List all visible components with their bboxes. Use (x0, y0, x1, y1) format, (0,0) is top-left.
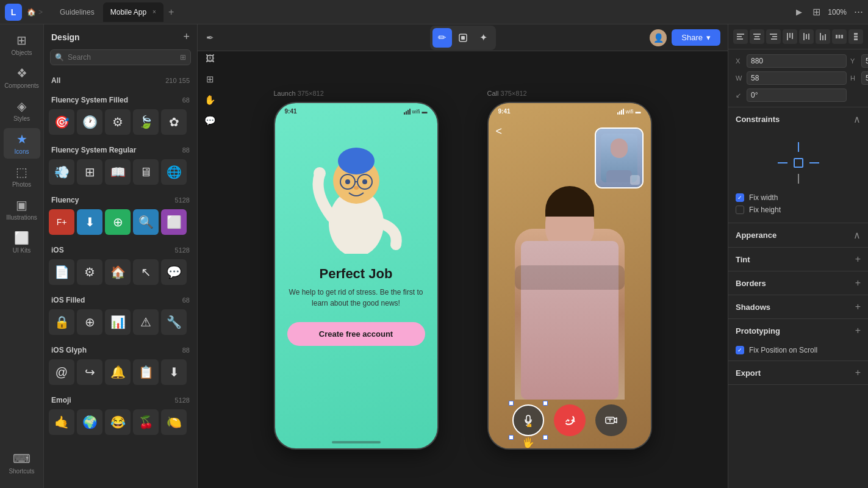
borders-add-icon[interactable]: + (855, 278, 861, 289)
section-fluency-filled-header[interactable]: Fluency System Filled 68 (44, 92, 197, 107)
tab-guidelines[interactable]: Guidelines (52, 2, 102, 22)
list-item[interactable]: 😂 (105, 409, 131, 435)
list-item[interactable]: ↪ (77, 359, 102, 385)
text-tool[interactable]: T (200, 24, 220, 27)
shadows-add-icon[interactable]: + (855, 301, 861, 312)
list-item[interactable]: ⊕ (77, 309, 102, 335)
mask-tool[interactable] (453, 28, 473, 48)
list-item[interactable]: 🔧 (161, 309, 187, 335)
list-item[interactable]: ⚙ (77, 259, 102, 285)
angle-input[interactable] (747, 88, 847, 102)
list-item[interactable]: 📊 (105, 309, 131, 335)
tint-header[interactable]: Tint + (728, 248, 868, 271)
camera-button[interactable] (595, 404, 627, 436)
pen-tool[interactable]: ✒ (200, 28, 220, 48)
list-item[interactable]: ⬇ (77, 209, 102, 235)
list-item[interactable]: 🖥 (133, 159, 159, 185)
list-item[interactable]: ⬇ (161, 359, 187, 385)
distribute-h-button[interactable] (832, 29, 847, 44)
distribute-v-button[interactable] (848, 29, 863, 44)
list-item[interactable]: ⚙ (105, 109, 131, 135)
export-header[interactable]: Export + (728, 361, 868, 384)
list-item[interactable]: 💬 (161, 259, 187, 285)
list-item[interactable]: 📄 (49, 259, 74, 285)
grid-button[interactable]: ⊞ (812, 6, 820, 18)
end-call-button[interactable] (554, 404, 586, 436)
list-item[interactable]: 🍒 (133, 409, 159, 435)
align-middle-button[interactable] (799, 29, 814, 44)
list-item[interactable]: ⊞ (77, 159, 102, 185)
list-item[interactable]: ✿ (161, 109, 187, 135)
list-item[interactable]: ⚠ (133, 309, 159, 335)
sidebar-item-styles[interactable]: ◈ Styles (4, 95, 40, 126)
align-bottom-button[interactable] (816, 29, 830, 44)
list-item[interactable]: 🍋 (161, 409, 187, 435)
list-item[interactable]: 🤙 (49, 409, 74, 435)
section-ios-glyph-header[interactable]: iOS Glyph 88 (44, 342, 197, 357)
search-input[interactable] (50, 49, 191, 65)
assets-add-button[interactable]: + (183, 30, 190, 43)
list-item[interactable]: 🍃 (133, 109, 159, 135)
sidebar-item-photos[interactable]: ⬚ Photos (4, 161, 40, 192)
align-top-button[interactable] (783, 29, 797, 44)
w-input[interactable] (747, 71, 847, 85)
mute-button[interactable]: ✋ (512, 404, 544, 436)
export-add-icon[interactable]: + (855, 367, 861, 378)
tint-add-icon[interactable]: + (855, 254, 861, 265)
list-item[interactable]: 📖 (105, 159, 131, 185)
prototyping-add-icon[interactable]: + (855, 325, 861, 336)
list-item[interactable]: 🔍 (133, 209, 159, 235)
prototyping-header[interactable]: Prototyping + (728, 319, 868, 342)
list-item[interactable]: 🏠 (105, 259, 131, 285)
list-item[interactable]: 🌍 (77, 409, 102, 435)
section-ios-header[interactable]: iOS 5128 (44, 242, 197, 257)
back-button[interactable]: < (496, 125, 503, 138)
shadows-header[interactable]: Shadows + (728, 295, 868, 318)
section-fluency-header[interactable]: Fluency 5128 (44, 192, 197, 207)
align-center-h-button[interactable] (750, 29, 764, 44)
section-fluency-regular-header[interactable]: Fluency System Regular 88 (44, 142, 197, 157)
list-item[interactable]: 🎯 (49, 109, 74, 135)
share-button[interactable]: Share ▾ (672, 29, 720, 46)
plugins-tool[interactable]: ✦ (474, 28, 493, 48)
list-item[interactable]: ↖ (133, 259, 159, 285)
appearance-header[interactable]: Apperance ∧ (728, 223, 868, 247)
list-item[interactable]: ⬜ (161, 209, 187, 235)
zoom-level[interactable]: 100% (828, 8, 847, 16)
list-item[interactable]: 🔔 (105, 359, 131, 385)
sidebar-item-ui-kits[interactable]: ⬜ UI Kits (4, 227, 40, 257)
canvas-content[interactable]: Launch 375×812 9:41 (198, 51, 728, 488)
pen-tool-center[interactable]: ✏ (432, 28, 452, 48)
constraints-header[interactable]: Constraints ∧ (728, 107, 868, 131)
cta-button[interactable]: Create free account (287, 322, 425, 346)
borders-header[interactable]: Borders + (728, 271, 868, 295)
appearance-collapse-icon[interactable]: ∧ (853, 229, 861, 241)
constraints-collapse-icon[interactable]: ∧ (853, 113, 861, 125)
section-emoji-header[interactable]: Emoji 5128 (44, 392, 197, 407)
align-right-button[interactable] (766, 29, 781, 44)
list-item[interactable]: 🕐 (77, 109, 102, 135)
list-item[interactable]: @ (49, 359, 74, 385)
sidebar-item-illustrations[interactable]: ▣ Illustrations (4, 194, 40, 224)
sidebar-item-components[interactable]: ❖ Components (4, 62, 40, 93)
fix-position-checkbox[interactable]: ✓ (736, 346, 744, 354)
tab-add-button[interactable]: + (165, 7, 178, 18)
list-item[interactable]: ⊕ (105, 209, 131, 235)
list-item[interactable]: 💨 (49, 159, 74, 185)
y-input[interactable] (861, 54, 868, 68)
list-item[interactable]: 📋 (133, 359, 159, 385)
fix-height-checkbox[interactable] (736, 206, 744, 214)
sidebar-item-shortcuts[interactable]: ⌨ Shortcuts (4, 448, 40, 478)
h-input[interactable] (861, 71, 868, 85)
sidebar-item-icons[interactable]: ★ Icons (4, 128, 40, 159)
more-button[interactable]: ··· (854, 5, 863, 18)
list-item[interactable]: 🔒 (49, 309, 74, 335)
app-logo[interactable]: L (5, 4, 22, 21)
play-button[interactable]: ▶ (793, 6, 805, 18)
section-ios-filled-header[interactable]: iOS Filled 68 (44, 292, 197, 307)
sidebar-item-objects[interactable]: ⊞ Objects (4, 29, 40, 60)
mute-control-selected[interactable]: ✋ 🖐 (512, 404, 544, 436)
tab-mobile-app[interactable]: Mobile App × (103, 2, 163, 22)
filter-icon[interactable]: ⊞ (180, 53, 186, 62)
section-all-header[interactable]: All 210 155 (44, 73, 197, 87)
